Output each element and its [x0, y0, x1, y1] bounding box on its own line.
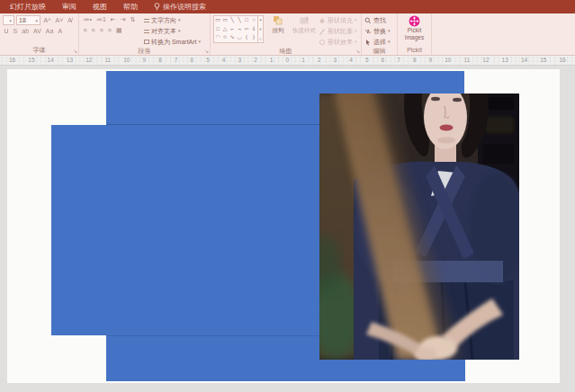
ribbon: ▾ 18 ▾ A^A˅A̸ USabAVAaA 字体 ↘	[0, 13, 575, 56]
shapes-gallery[interactable]: ▭▭╲╲□○□△⌐¬⇦⇩◠☆∿◡() ▲▼≡	[213, 15, 264, 43]
font-grow-shrink-buttons[interactable]: A^A˅A̸	[42, 16, 73, 25]
search-icon	[364, 17, 372, 24]
convert-to-smartart-button[interactable]: 转换为 SmartArt ▾	[144, 37, 201, 47]
font-tool-icon[interactable]: A̸	[67, 16, 74, 25]
font-tool-icon[interactable]: A^	[42, 16, 52, 25]
shape-icon[interactable]: ╲	[236, 16, 243, 25]
shape-icon[interactable]: ∿	[229, 33, 236, 42]
ruler-number: 2	[317, 56, 322, 65]
tab-slideshow[interactable]: 幻灯片放映	[2, 0, 54, 13]
shapes-gallery-scrollbar[interactable]: ▲▼≡	[257, 16, 263, 42]
pickit-icon	[409, 15, 420, 27]
shape-effects-button[interactable]: 形状效果 ▾	[319, 37, 357, 47]
alignment-icon[interactable]: ≡	[82, 26, 88, 35]
shape-icon[interactable]: ╲	[229, 16, 236, 25]
ruler-number: 8	[412, 56, 418, 65]
ruler-number: 6	[190, 56, 195, 65]
paragraph-group: ≔•≔1⇤⇥⇅ ≡≡≡≡▦ 文字方向 ▾ 对齐文本 ▾	[79, 13, 211, 55]
shape-icon[interactable]: ◡	[236, 33, 243, 42]
ruler-number: 3	[333, 56, 338, 65]
align-text-button[interactable]: 对齐文本 ▾	[144, 26, 201, 36]
paragraph-tool-icon[interactable]: ≔•	[82, 15, 93, 24]
ruler-number: 6	[381, 56, 386, 65]
ruler-number: 1	[269, 56, 274, 65]
tab-view[interactable]: 视图	[85, 0, 115, 13]
drawing-dialog-launcher[interactable]: ↘	[355, 48, 360, 54]
shape-icon[interactable]: ◠	[214, 33, 221, 42]
paragraph-tool-icon[interactable]: ⇤	[109, 15, 117, 24]
ruler-number: 1	[301, 56, 306, 65]
font-size-combobox[interactable]: 18 ▾	[16, 15, 40, 25]
font-group: ▾ 18 ▾ A^A˅A̸ USabAVAaA 字体 ↘	[0, 13, 79, 55]
shape-icon[interactable]: ▭	[221, 16, 229, 25]
paragraph-tool-icon[interactable]: ⇥	[119, 15, 127, 24]
font-style-icon[interactable]: A	[57, 27, 64, 36]
ruler-number: 2	[253, 56, 258, 65]
shape-fill-button[interactable]: 形状填充 ▾	[319, 15, 357, 25]
font-style-icon[interactable]: S	[12, 27, 19, 36]
tab-help[interactable]: 帮助	[115, 0, 146, 13]
shape-icon[interactable]: ⇩	[250, 25, 257, 34]
arrange-button[interactable]: 排列	[266, 15, 290, 33]
quick-styles-button[interactable]: 快速样式	[292, 15, 316, 33]
ruler-number: 7	[396, 56, 401, 65]
shape-icon[interactable]: ▭	[214, 16, 221, 25]
paragraph-tool-icon[interactable]: ≔1	[94, 15, 107, 24]
font-dialog-launcher[interactable]: ↘	[73, 48, 77, 54]
alignment-icon[interactable]: ≡	[106, 26, 112, 35]
shape-icon[interactable]: △	[221, 25, 229, 34]
shape-icon[interactable]: )	[250, 33, 257, 42]
shape-icon[interactable]: ☆	[221, 33, 229, 42]
replace-button[interactable]: 替换 ▾	[364, 26, 391, 36]
font-style-icon[interactable]: AV	[32, 27, 43, 36]
shape-icon[interactable]: □	[243, 16, 250, 25]
shape-icon[interactable]: ⌐	[229, 25, 236, 34]
font-tool-icon[interactable]: A˅	[54, 16, 65, 25]
ruler-number: 12	[481, 56, 490, 65]
find-button[interactable]: 查找	[364, 15, 391, 25]
editing-group-label: 编辑	[364, 47, 394, 56]
shape-icon[interactable]: ○	[250, 16, 257, 25]
font-group-label: 字体	[3, 46, 76, 55]
alignment-icon[interactable]: ≡	[90, 26, 96, 35]
ruler-number: 15	[27, 56, 35, 65]
tab-tell-me-search[interactable]: 操作说明搜索	[146, 0, 214, 13]
font-style-icon[interactable]: U	[3, 27, 10, 36]
shape-icon[interactable]: (	[243, 33, 250, 42]
alignment-icon[interactable]: ≡	[98, 26, 104, 35]
font-style-icon[interactable]: ab	[21, 27, 31, 36]
paragraph-dialog-launcher[interactable]: ↘	[204, 48, 209, 54]
ruler-number: 5	[364, 56, 370, 65]
font-name-combobox[interactable]: ▾	[3, 15, 14, 25]
ruler-number: 3	[238, 56, 243, 65]
font-size-value: 18	[19, 17, 26, 23]
shape-icon[interactable]: □	[214, 25, 221, 34]
ribbon-tab-bar: 幻灯片放映 审阅 视图 帮助 操作说明搜索	[0, 0, 575, 13]
drawing-group: ▭▭╲╲□○□△⌐¬⇦⇩◠☆∿◡() ▲▼≡ 排列 快速样式	[211, 13, 362, 55]
slide-canvas[interactable]	[7, 69, 560, 383]
tab-review[interactable]: 审阅	[54, 0, 85, 13]
slide-photo-woman-navy-gi[interactable]	[319, 94, 519, 360]
shape-icon[interactable]: ¬	[236, 25, 243, 34]
font-style-icon[interactable]: Aa	[44, 27, 55, 36]
shape-effects-icon	[319, 39, 326, 46]
ruler-number: 0	[285, 56, 291, 65]
pickit-group: Pickit Images Pickit	[398, 13, 432, 55]
select-cursor-icon	[364, 39, 372, 46]
ruler-number: 13	[501, 56, 509, 65]
ruler-number: 12	[85, 56, 93, 65]
paragraph-tool-icon[interactable]: ⇅	[129, 15, 137, 24]
list-indent-buttons[interactable]: ≔•≔1⇤⇥⇅	[82, 15, 141, 24]
alignment-icon[interactable]: ▦	[114, 26, 123, 35]
pickit-images-button[interactable]: Pickit Images	[400, 15, 428, 40]
alignment-buttons[interactable]: ≡≡≡≡▦	[82, 26, 141, 35]
text-direction-button[interactable]: 文字方向 ▾	[144, 15, 201, 25]
drawing-group-label: 绘图	[213, 47, 358, 56]
shape-outline-button[interactable]: 形状轮廓 ▾	[319, 26, 357, 36]
font-style-buttons[interactable]: USabAVAaA	[3, 27, 76, 36]
ruler-number: 16	[8, 56, 16, 65]
shape-icon[interactable]: ⇦	[243, 25, 250, 34]
select-button[interactable]: 选择 ▾	[364, 37, 391, 47]
ruler-number: 15	[539, 56, 547, 65]
ruler-number: 8	[157, 56, 163, 65]
